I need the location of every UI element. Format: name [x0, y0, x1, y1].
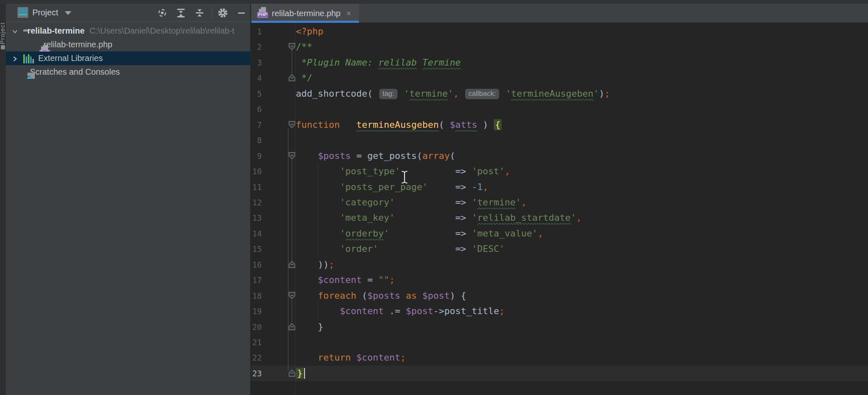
- code-token: [296, 306, 340, 316]
- code-line[interactable]: $posts = get_posts(array(: [296, 148, 455, 164]
- line-number[interactable]: 16: [251, 257, 262, 273]
- code-token: )): [318, 259, 329, 270]
- collapse-all-icon[interactable]: [193, 7, 206, 19]
- line-number[interactable]: 8: [251, 132, 262, 148]
- project-view-icon[interactable]: [17, 7, 28, 18]
- stripe-tool-icon[interactable]: [1, 45, 5, 49]
- code-editor[interactable]: 1234567891011121314151617181920212223 <?…: [251, 23, 868, 395]
- project-panel-title[interactable]: Project: [32, 8, 58, 17]
- line-number[interactable]: 5: [251, 86, 262, 102]
- tree-item-external-libraries[interactable]: External Libraries: [6, 51, 251, 65]
- chevron-down-icon[interactable]: [12, 28, 17, 34]
- fold-connector: [292, 299, 292, 324]
- project-panel-header: Project: [6, 4, 251, 22]
- code-token: $posts: [318, 151, 351, 161]
- fold-end-icon[interactable]: [288, 369, 295, 377]
- tree-item-label: External Libraries: [38, 54, 103, 63]
- code-line[interactable]: 'category' => 'termine',: [296, 195, 527, 210]
- line-number[interactable]: 18: [251, 288, 262, 304]
- fold-end-icon[interactable]: [288, 261, 295, 268]
- code-line[interactable]: /**: [296, 39, 312, 55]
- line-number[interactable]: 22: [251, 350, 262, 366]
- text-caret: [304, 368, 305, 379]
- code-token: 'post_type': [340, 166, 400, 176]
- code-token: [417, 57, 422, 68]
- code-token: [296, 322, 318, 332]
- tree-item-project-root[interactable]: relilab-termine C:\Users\Daniel\Desktop\…: [6, 24, 251, 38]
- close-icon[interactable]: ×: [346, 9, 351, 18]
- gear-icon[interactable]: [217, 7, 229, 19]
- code-line[interactable]: <?php: [296, 24, 323, 39]
- line-number[interactable]: 12: [251, 195, 262, 210]
- tree-item-scratches[interactable]: › Scratches and Consoles: [6, 65, 251, 79]
- line-number[interactable]: 13: [251, 210, 262, 226]
- code-token: [395, 197, 455, 207]
- code-token: [428, 182, 455, 192]
- code-line[interactable]: $content .= $post->post_title;: [296, 303, 505, 319]
- tab-label: relilab-termine.php: [272, 9, 341, 18]
- code-token: [340, 119, 356, 130]
- code-line[interactable]: }: [296, 366, 304, 381]
- code-line[interactable]: ));: [296, 257, 334, 273]
- code-token: [296, 244, 340, 254]
- line-number[interactable]: 11: [251, 179, 262, 195]
- line-number[interactable]: 17: [251, 272, 262, 288]
- code-line[interactable]: $content = "";: [296, 272, 395, 288]
- line-number[interactable]: 10: [251, 163, 262, 179]
- fold-end-icon[interactable]: [288, 323, 295, 331]
- line-number[interactable]: 3: [251, 55, 262, 71]
- code-token: ) {: [450, 290, 466, 301]
- code-token: $content: [318, 275, 362, 285]
- code-token: $post: [406, 306, 433, 316]
- line-number[interactable]: 6: [251, 101, 262, 117]
- line-number[interactable]: 19: [251, 303, 262, 319]
- code-token: [296, 259, 318, 270]
- chevron-down-icon[interactable]: [65, 11, 71, 15]
- code-line[interactable]: }: [296, 319, 323, 335]
- tree-item-php-file[interactable]: PHP relilab-termine.php: [6, 38, 251, 51]
- locate-file-icon[interactable]: [156, 7, 168, 19]
- hide-panel-icon[interactable]: [235, 7, 248, 19]
- code-token: <?php: [296, 26, 323, 37]
- fold-collapse-icon[interactable]: [288, 292, 295, 300]
- line-number[interactable]: 21: [251, 334, 262, 350]
- code-line[interactable]: return $content;: [296, 350, 406, 366]
- fold-collapse-icon[interactable]: [288, 43, 295, 51]
- code-token: array: [422, 151, 450, 161]
- line-number[interactable]: 23: [251, 366, 262, 381]
- code-token: orderby: [345, 228, 384, 239]
- code-token: return: [318, 352, 351, 363]
- tree-item-path: C:\Users\Daniel\Desktop\relilab\relilab-…: [90, 26, 234, 36]
- tool-window-stripe: Project: [0, 4, 6, 395]
- code-line[interactable]: */: [296, 70, 312, 86]
- code-token: ;: [329, 259, 334, 270]
- line-number[interactable]: 9: [251, 148, 262, 164]
- chevron-right-icon[interactable]: [12, 56, 17, 61]
- line-number[interactable]: 2: [251, 39, 262, 55]
- line-number[interactable]: 15: [251, 241, 262, 257]
- line-number[interactable]: 4: [251, 70, 262, 86]
- code-line[interactable]: 'meta_key' => 'relilab_startdate',: [296, 210, 582, 226]
- code-line[interactable]: 'orderby' => 'meta_value',: [296, 226, 543, 241]
- code-token: =>: [455, 197, 472, 207]
- code-token: as: [406, 290, 417, 301]
- line-number[interactable]: 14: [251, 226, 262, 241]
- line-number[interactable]: 1: [251, 24, 262, 39]
- expand-all-icon[interactable]: [175, 7, 187, 19]
- code-line[interactable]: 'posts_per_page' => -1,: [296, 179, 488, 195]
- code-line[interactable]: add_shortcode( tag: 'termine', callback:…: [296, 86, 610, 102]
- code-token: [378, 244, 455, 254]
- toolbar-divider: [212, 7, 212, 19]
- code-token: [296, 275, 318, 285]
- fold-end-icon[interactable]: [288, 74, 295, 82]
- fold-collapse-icon[interactable]: [288, 121, 295, 129]
- code-line[interactable]: function termineAusgeben( $atts ) {: [296, 117, 502, 133]
- code-line[interactable]: *Plugin Name: relilab Termine: [296, 55, 461, 71]
- code-line[interactable]: 'order' => 'DESC': [296, 241, 505, 257]
- tab-relilab-termine-php[interactable]: PHP relilab-termine.php ×: [251, 4, 359, 23]
- line-number[interactable]: 7: [251, 117, 262, 133]
- code-line[interactable]: foreach ($posts as $post) {: [296, 288, 466, 304]
- line-number[interactable]: 20: [251, 319, 262, 335]
- code-token: (: [439, 119, 450, 130]
- fold-collapse-icon[interactable]: [288, 152, 295, 160]
